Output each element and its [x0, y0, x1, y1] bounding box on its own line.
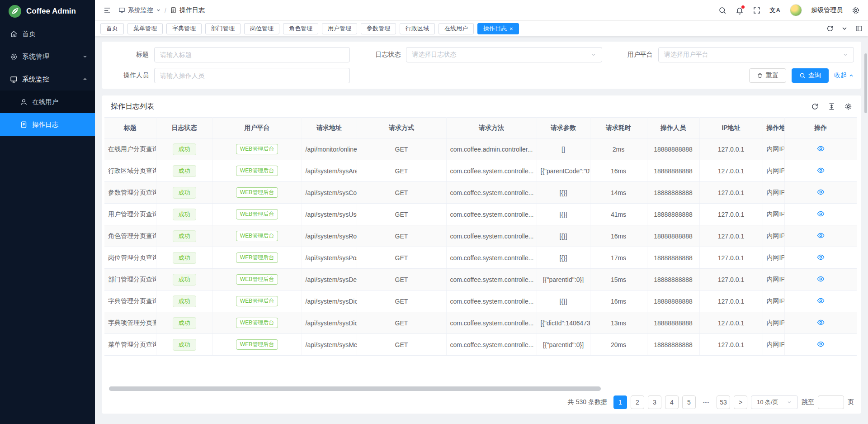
- cell-log-status: 成功: [156, 247, 212, 269]
- chevron-down-icon: [787, 400, 792, 405]
- view-detail-eye-icon[interactable]: [817, 340, 825, 348]
- chevron-down-icon[interactable]: [841, 25, 848, 32]
- log-status-select[interactable]: 请选择日志状态: [406, 47, 602, 62]
- menu-fold-icon[interactable]: [103, 6, 111, 14]
- reset-button[interactable]: 重置: [749, 68, 786, 83]
- tab[interactable]: 首页: [100, 23, 124, 34]
- collapse-link[interactable]: 收起: [834, 71, 854, 80]
- refresh-icon[interactable]: [811, 103, 819, 110]
- tab[interactable]: 参数管理: [361, 23, 396, 34]
- cell-operator: 18888888888: [647, 247, 699, 269]
- view-detail-eye-icon[interactable]: [817, 232, 825, 239]
- column-header: 请求地址: [302, 118, 357, 138]
- status-badge: 成功: [173, 252, 196, 264]
- user-icon: [20, 98, 28, 106]
- view-detail-eye-icon[interactable]: [817, 297, 825, 305]
- tab-label: 首页: [106, 24, 118, 33]
- gear-icon: [10, 53, 18, 61]
- layout-icon[interactable]: [855, 25, 863, 32]
- page-button[interactable]: 1: [613, 395, 627, 409]
- page-size-select[interactable]: 10 条/页: [751, 395, 798, 409]
- cell-request-function: com.coffee.system.controlle...: [446, 225, 537, 247]
- page-button[interactable]: 5: [682, 395, 696, 409]
- tab[interactable]: 字典管理: [166, 23, 202, 34]
- cell-operator: 18888888888: [647, 225, 699, 247]
- platform-badge: WEB管理后台: [236, 274, 278, 285]
- cell-log-status: 成功: [156, 291, 212, 312]
- page-button[interactable]: >: [734, 395, 747, 409]
- table-row: 部门管理分页查询 成功 WEB管理后台 /api/system/sysDept/…: [104, 269, 857, 291]
- bell-icon[interactable]: [736, 6, 744, 14]
- sidebar-item-system-management[interactable]: 系统管理: [0, 45, 95, 68]
- platform-badge: WEB管理后台: [236, 252, 278, 263]
- cell-request-params: [{}]: [537, 291, 590, 312]
- page-button[interactable]: •••: [699, 395, 713, 409]
- cell-operator: 18888888888: [647, 204, 699, 225]
- tab[interactable]: 在线用户: [439, 23, 474, 34]
- avatar[interactable]: [790, 4, 802, 16]
- view-detail-eye-icon[interactable]: [817, 319, 825, 326]
- tab-label: 角色管理: [289, 24, 312, 33]
- user-platform-select[interactable]: 请选择用户平台: [658, 47, 854, 62]
- page-scrollbar-thumb[interactable]: [864, 53, 867, 113]
- tab[interactable]: 用户管理: [322, 23, 357, 34]
- title-input[interactable]: [154, 47, 350, 62]
- page-button[interactable]: 2: [631, 395, 644, 409]
- cell-request-duration: 2ms: [590, 138, 647, 160]
- page-button[interactable]: 4: [665, 395, 679, 409]
- page-button[interactable]: 53: [717, 395, 730, 409]
- operator-input[interactable]: [154, 68, 350, 83]
- view-detail-eye-icon[interactable]: [817, 167, 825, 174]
- jump-suffix: 页: [848, 398, 854, 406]
- density-icon[interactable]: [828, 103, 835, 110]
- horizontal-scrollbar-thumb[interactable]: [109, 386, 601, 391]
- column-header: 标题: [104, 118, 156, 138]
- cell-operator: 18888888888: [647, 182, 699, 204]
- tab[interactable]: 行政区域: [400, 23, 435, 34]
- username[interactable]: 超级管理员: [811, 6, 843, 14]
- search-icon[interactable]: [718, 6, 726, 14]
- cell-log-status: 成功: [156, 138, 212, 160]
- refresh-icon[interactable]: [826, 25, 834, 32]
- view-detail-eye-icon[interactable]: [817, 188, 825, 196]
- breadcrumb-parent[interactable]: 系统监控: [118, 6, 161, 14]
- cell-operator: 18888888888: [647, 160, 699, 182]
- view-detail-eye-icon[interactable]: [817, 145, 825, 152]
- view-detail-eye-icon[interactable]: [817, 210, 825, 218]
- tab-close-icon[interactable]: ×: [509, 26, 513, 32]
- tab[interactable]: 部门管理: [205, 23, 241, 34]
- page-button[interactable]: 3: [648, 395, 661, 409]
- horizontal-scrollbar[interactable]: [109, 386, 854, 391]
- fullscreen-icon[interactable]: [753, 6, 761, 14]
- tab[interactable]: 岗位管理: [244, 23, 279, 34]
- sidebar-item-home[interactable]: 首页: [0, 23, 95, 45]
- column-header: 操作: [784, 118, 857, 138]
- cell-request-function: com.coffee.admin.controller...: [446, 138, 537, 160]
- tab[interactable]: 角色管理: [283, 23, 318, 34]
- cell-request-params: []: [537, 138, 590, 160]
- jump-page-input[interactable]: [818, 395, 844, 409]
- cell-request-url: /api/system/sysConfig/page: [302, 182, 357, 204]
- settings-gear-icon[interactable]: [852, 6, 860, 14]
- view-detail-eye-icon[interactable]: [817, 253, 825, 261]
- log-list-card: 操作日志列表: [102, 95, 861, 414]
- chevron-up-icon: [82, 76, 88, 82]
- column-settings-gear-icon[interactable]: [844, 103, 852, 110]
- log-status-placeholder: 请选择日志状态: [412, 51, 456, 59]
- search-button[interactable]: 查询: [792, 68, 829, 83]
- sidebar-item-system-monitor[interactable]: 系统监控: [0, 68, 95, 91]
- cell-title: 部门管理分页查询: [104, 269, 156, 291]
- sidebar-item-operation-log[interactable]: 操作日志: [0, 113, 95, 136]
- platform-badge: WEB管理后台: [236, 231, 278, 241]
- status-badge: 成功: [173, 339, 196, 351]
- view-detail-eye-icon[interactable]: [817, 275, 825, 283]
- tab[interactable]: 操作日志 ×: [477, 23, 519, 34]
- translate-icon[interactable]: 文A: [770, 6, 781, 14]
- cell-request-method: GET: [357, 291, 446, 312]
- tab[interactable]: 菜单管理: [127, 23, 163, 34]
- cell-location: 内网IP: [763, 204, 784, 225]
- sidebar-item-label: 在线用户: [32, 98, 58, 106]
- column-header: 请求方式: [357, 118, 446, 138]
- sidebar-item-online-users[interactable]: 在线用户: [0, 91, 95, 113]
- cell-request-duration: 16ms: [590, 225, 647, 247]
